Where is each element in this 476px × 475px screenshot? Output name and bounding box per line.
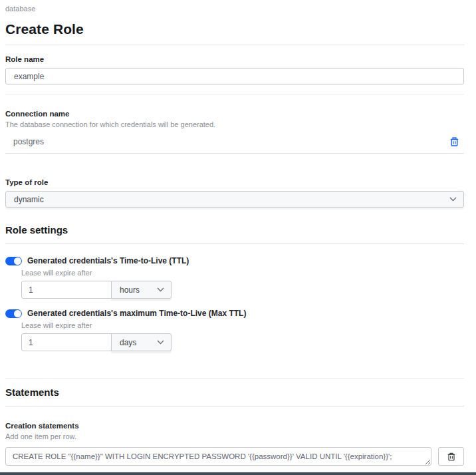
max-ttl-sublabel: Lease will expire after <box>21 321 464 329</box>
create-role-page: database Create Role Role name Connectio… <box>0 0 476 475</box>
max-ttl-label: Generated credentials's maximum Time-to-… <box>27 309 246 318</box>
statement-row: CREATE ROLE "{{name}}" WITH LOGIN ENCRYP… <box>5 447 464 466</box>
trash-icon <box>447 452 455 461</box>
connection-name-row: postgres <box>5 137 464 154</box>
max-ttl-value-input[interactable] <box>21 333 112 351</box>
ttl-unit-select[interactable]: hours <box>111 281 172 299</box>
role-name-label: Role name <box>5 55 464 63</box>
toggle-knob <box>14 257 21 265</box>
chevron-down-icon <box>449 197 457 202</box>
page-title: Create Role <box>5 21 464 45</box>
creation-statement-input-1[interactable]: CREATE ROLE "{{name}}" WITH LOGIN ENCRYP… <box>5 447 431 466</box>
toggle-knob <box>14 310 21 317</box>
divider <box>5 378 464 379</box>
divider <box>5 94 464 94</box>
breadcrumb[interactable]: database <box>5 0 464 13</box>
trash-icon <box>450 137 459 146</box>
connection-name-field: Connection name The database connection … <box>5 110 464 154</box>
chevron-down-icon <box>157 340 164 345</box>
delete-statement-button[interactable] <box>438 447 464 466</box>
connection-name-label: Connection name <box>5 110 464 118</box>
ttl-sublabel: Lease will expire after <box>21 269 464 277</box>
statements-heading: Statements <box>5 387 464 406</box>
ttl-unit-value: hours <box>120 285 140 295</box>
max-ttl-unit-value: days <box>120 338 136 347</box>
max-ttl-group: Generated credentials's maximum Time-to-… <box>5 309 464 351</box>
ttl-group: Generated credentials's Time-to-Live (TT… <box>5 256 464 299</box>
type-of-role-field: Type of role dynamic <box>5 178 464 208</box>
max-ttl-unit-select[interactable]: days <box>111 333 172 351</box>
creation-statements-field: Creation statements Add one item per row… <box>5 422 464 475</box>
ttl-toggle[interactable] <box>5 257 22 265</box>
bottom-bar <box>0 472 476 475</box>
remove-connection-button[interactable] <box>450 137 459 146</box>
role-settings-heading: Role settings <box>5 224 464 244</box>
type-of-role-value: dynamic <box>14 195 44 204</box>
chevron-down-icon <box>157 287 164 292</box>
type-of-role-select[interactable]: dynamic <box>5 191 464 208</box>
role-name-input[interactable] <box>5 68 464 84</box>
type-of-role-label: Type of role <box>5 178 464 186</box>
creation-statements-help: Add one item per row. <box>5 432 464 440</box>
connection-name-help: The database connection for which creden… <box>5 120 464 128</box>
role-name-field: Role name <box>5 55 464 84</box>
connection-name-value: postgres <box>13 137 44 146</box>
max-ttl-toggle[interactable] <box>5 309 22 318</box>
ttl-value-input[interactable] <box>21 281 112 299</box>
ttl-label: Generated credentials's Time-to-Live (TT… <box>27 256 189 265</box>
creation-statements-label: Creation statements <box>5 422 464 430</box>
